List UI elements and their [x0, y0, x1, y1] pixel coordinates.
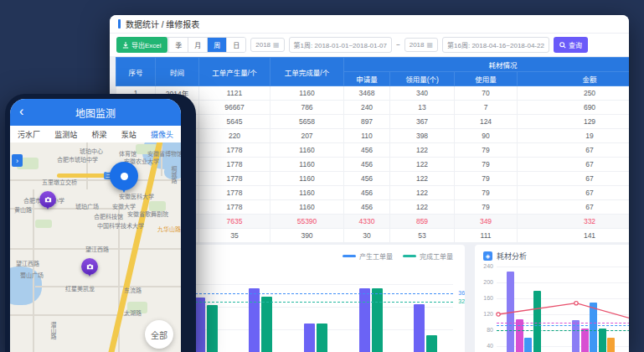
breadcrumb-text: 数据统计 / 维修报表	[126, 18, 199, 30]
map-label: 合肥科技馆	[94, 214, 123, 220]
reference-label: 360	[458, 290, 465, 296]
map-label: 红星美凯龙	[65, 286, 95, 292]
table-header: 工单产生量/个	[199, 58, 270, 86]
chart-title: ◈ 耗材分析	[483, 251, 527, 261]
bar-产生工单量	[359, 288, 370, 352]
calendar-icon: ▦	[273, 42, 280, 49]
table-subheader: 领用量(个)	[390, 72, 455, 86]
end-week-input[interactable]: 第16周: 2018-04-16~2018-04-22	[442, 37, 549, 53]
camera-marker[interactable]	[39, 191, 56, 208]
search-icon	[559, 42, 566, 49]
table-subheader: 申请量	[344, 72, 390, 86]
map-label: 蜀山广场	[20, 272, 44, 278]
chart-gridline	[178, 284, 453, 285]
y-axis-tick: 160	[477, 295, 493, 301]
legend-item-generated[interactable]: 产生工单量	[343, 251, 393, 261]
legend-swatch	[403, 255, 416, 257]
phone-title: 地图监测	[75, 106, 116, 120]
workorder-bar-chart: 360323	[178, 267, 453, 352]
search-button[interactable]: 查询	[554, 37, 588, 53]
y-axis-tick: 120	[477, 311, 493, 317]
consumables-chart-card: ◈ 耗材分析 2402001601208040	[475, 245, 629, 352]
park-area	[149, 201, 166, 211]
table-group-header: 耗材情况	[344, 58, 630, 72]
phone-tab-泵站[interactable]: 泵站	[121, 129, 137, 140]
phone-tab-bar: 污水厂监测站桥梁泵站摄像头	[10, 126, 181, 142]
map-road	[35, 286, 181, 287]
period-option-周[interactable]: 周	[208, 38, 227, 52]
map-view[interactable]: › 全部 琥珀中心合肥市琥珀中学体育馆安徽农业大学安徽省博物馆桐城路五里墩立交桥…	[10, 142, 181, 352]
map-label: 潜山路	[50, 322, 56, 339]
download-icon	[122, 42, 129, 49]
map-label: 太湖路	[124, 310, 142, 316]
bar-完成工单量	[426, 335, 437, 352]
reference-label: 323	[458, 298, 465, 304]
camera-icon	[85, 262, 95, 272]
table-subheader: 使用量	[455, 72, 518, 86]
all-filter-button[interactable]: 全部	[145, 320, 173, 349]
y-axis-tick: 80	[477, 327, 493, 333]
calendar-icon: ▦	[426, 42, 433, 49]
camera-icon	[44, 195, 53, 204]
chart-gridline	[178, 329, 453, 330]
bar-完成工单量	[317, 324, 327, 352]
map-label: 安徽大学	[112, 204, 136, 210]
period-option-日[interactable]: 日	[227, 38, 245, 52]
park-area	[35, 220, 52, 228]
range-separator: ~	[396, 41, 400, 49]
map-label: 望江西路	[85, 246, 109, 252]
bar-产生工单量	[414, 304, 425, 352]
camera-marker[interactable]	[81, 258, 98, 275]
map-label: 桐城路	[171, 166, 177, 184]
expand-panel-button[interactable]: ›	[12, 154, 23, 167]
map-label: 琥珀中心	[80, 148, 103, 154]
back-icon[interactable]: ‹	[19, 105, 23, 118]
table-row[interactable]: 12014年11211160346834070250	[116, 86, 630, 101]
map-label: 望江西路	[16, 261, 39, 267]
legend-item-completed[interactable]: 完成工单量	[403, 251, 453, 261]
bar-产生工单量	[249, 288, 260, 352]
period-option-季[interactable]: 季	[169, 38, 188, 52]
legend-swatch	[343, 255, 356, 257]
phone-tab-监测站[interactable]: 监测站	[54, 129, 77, 140]
period-option-月[interactable]: 月	[188, 38, 208, 52]
map-label: 五里墩立交桥	[42, 179, 77, 185]
map-label: 合肥市琥珀中学	[57, 157, 98, 163]
phone-tab-污水厂[interactable]: 污水厂	[18, 129, 40, 140]
phone-tab-摄像头[interactable]: 摄像头	[151, 129, 173, 140]
map-label: 九华山路	[157, 226, 181, 232]
y-axis-tick: 40	[477, 343, 493, 349]
breadcrumb: 数据统计 / 维修报表	[110, 15, 629, 34]
bar-完成工单量	[207, 305, 218, 352]
filter-bar: 统计周期: 年季月周日 2018 ▦ 第1周: 2018-01-01~2018-…	[110, 34, 629, 56]
reference-line	[178, 293, 453, 294]
chart-title-icon: ◈	[483, 251, 492, 261]
consumables-bar-chart: 2402001601208040	[497, 267, 629, 352]
bar-完成工单量	[372, 288, 383, 352]
end-year-select[interactable]: 2018 ▦	[404, 38, 438, 52]
phone-mockup: ‹ 地图监测 污水厂监测站桥梁泵站摄像头 › 全部	[5, 94, 196, 352]
phone-screen: ‹ 地图监测 污水厂监测站桥梁泵站摄像头 › 全部	[10, 99, 181, 352]
map-road	[10, 179, 181, 181]
table-subheader: 金额	[518, 72, 630, 86]
y-axis-tick: 200	[477, 279, 493, 285]
map-label: 安徽省歌舞剧院	[127, 211, 168, 217]
chart-legend: 产生工单量 完成工单量	[343, 251, 453, 261]
phone-tab-桥梁[interactable]: 桥梁	[91, 129, 106, 140]
start-week-input[interactable]: 第1周: 2018-01-01~2018-01-07	[289, 37, 392, 53]
start-year-select[interactable]: 2018 ▦	[250, 38, 284, 52]
map-label: 安徽省博物馆	[147, 151, 181, 157]
export-excel-button[interactable]: 导出Excel	[116, 37, 167, 53]
map-road	[33, 189, 34, 352]
bar-完成工单量	[261, 297, 272, 352]
chart-gridline	[178, 307, 453, 308]
map-label: 中国科学技术大学	[97, 223, 144, 229]
map-label: 黄山路	[14, 207, 32, 213]
breadcrumb-accent	[118, 19, 121, 28]
reference-line	[178, 302, 453, 303]
location-marker[interactable]	[110, 162, 138, 190]
map-label: 体育馆	[119, 151, 137, 157]
trend-line	[497, 267, 629, 352]
bar-产生工单量	[304, 324, 315, 352]
table-header: 工单完成量/个	[270, 58, 344, 86]
